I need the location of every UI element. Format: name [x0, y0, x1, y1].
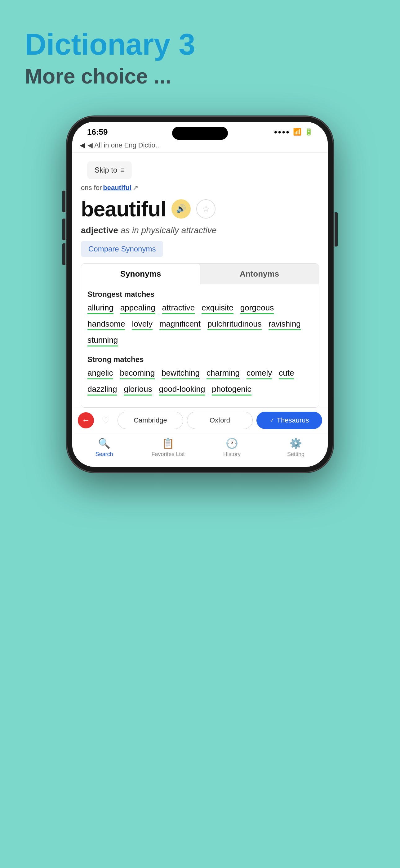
- wifi-icon: 📶: [293, 128, 301, 136]
- skip-label: Skip to: [95, 166, 117, 175]
- word-chip-becoming[interactable]: becoming: [120, 368, 155, 379]
- favorites-nav-label: Favorites List: [151, 451, 185, 458]
- battery-icon: 🔋: [304, 128, 313, 136]
- word-chip-photogenic[interactable]: photogenic: [212, 384, 251, 396]
- signal-dots-icon: ●●●●: [274, 129, 290, 135]
- word-chip-ravishing[interactable]: ravishing: [269, 319, 301, 330]
- nav-item-search[interactable]: 🔍 Search: [72, 437, 136, 458]
- history-nav-label: History: [223, 451, 241, 458]
- compare-synonyms-button[interactable]: Compare Synonyms: [81, 241, 163, 257]
- strong-matches-grid: angelic becoming bewitching charming com…: [88, 368, 312, 398]
- word-chip-gorgeous[interactable]: gorgeous: [240, 303, 274, 314]
- word-chip-dazzling[interactable]: dazzling: [88, 384, 117, 396]
- setting-nav-icon: ⚙️: [290, 437, 302, 449]
- nav-bar: ◀ ◀ All in one Eng Dictio...: [72, 140, 328, 153]
- app-title: Dictionary 3: [25, 28, 375, 61]
- tab-synonyms[interactable]: Synonyms: [81, 264, 200, 284]
- phone-screen: 16:59 ●●●● 📶 🔋 ◀ ◀ All in one Eng Dictio…: [72, 122, 328, 467]
- skip-menu-icon: ≡: [120, 166, 124, 174]
- thesaurus-link-prefix: ons for: [81, 184, 102, 192]
- tab-content-synonyms: Strongest matches alluring appealing att…: [81, 284, 319, 407]
- dict-content: ons for beautiful ↗ beautiful 🔊 ☆: [72, 179, 328, 408]
- word-chip-bewitching[interactable]: bewitching: [162, 368, 200, 379]
- word-chip-stunning[interactable]: stunning: [88, 335, 118, 346]
- nav-item-history[interactable]: 🕐 History: [200, 437, 264, 458]
- thesaurus-link-bar: ons for beautiful ↗: [81, 184, 319, 192]
- word-chip-handsome[interactable]: handsome: [88, 319, 125, 330]
- cambridge-button[interactable]: Cambridge: [118, 412, 183, 429]
- heart-icon: ♡: [102, 415, 110, 426]
- word-chip-attractive[interactable]: attractive: [162, 303, 195, 314]
- thesaurus-link-arrow: ↗: [133, 184, 138, 192]
- nav-item-setting[interactable]: ⚙️ Setting: [264, 437, 328, 458]
- bottom-nav: 🔍 Search 📋 Favorites List 🕐 History ⚙️ S…: [72, 433, 328, 467]
- setting-nav-label: Setting: [287, 451, 304, 458]
- nav-title: ◀ All in one Eng Dictio...: [88, 141, 161, 149]
- word-chip-charming[interactable]: charming: [206, 368, 240, 379]
- phone-mockup: 16:59 ●●●● 📶 🔋 ◀ ◀ All in one Eng Dictio…: [67, 116, 333, 472]
- status-bar: 16:59 ●●●● 📶 🔋: [72, 122, 328, 140]
- page-header: Dictionary 3 More choice ...: [0, 0, 400, 107]
- word-chip-comely[interactable]: comely: [246, 368, 272, 379]
- heart-button[interactable]: ♡: [98, 412, 114, 428]
- skip-bar[interactable]: Skip to ≡: [87, 161, 132, 179]
- oxford-button[interactable]: Oxford: [187, 412, 253, 429]
- star-icon: ☆: [202, 204, 210, 214]
- nav-item-favorites[interactable]: 📋 Favorites List: [136, 437, 200, 458]
- pos-word: adjective: [81, 225, 118, 235]
- audio-icon: 🔊: [176, 204, 186, 214]
- word-title-row: beautiful 🔊 ☆: [81, 197, 319, 221]
- back-circle-button[interactable]: ←: [78, 412, 94, 428]
- word-chip-angelic[interactable]: angelic: [88, 368, 113, 379]
- word-chip-exquisite[interactable]: exquisite: [202, 303, 233, 314]
- tabs-header: Synonyms Antonyms: [81, 264, 319, 284]
- source-tabs: ← ♡ Cambridge Oxford ✓ Thesaurus: [72, 408, 328, 433]
- favorites-nav-icon: 📋: [162, 437, 174, 449]
- word-chip-magnificent[interactable]: magnificent: [159, 319, 201, 330]
- dynamic-island: [172, 127, 228, 140]
- word-title: beautiful: [81, 197, 166, 221]
- checkmark-icon: ✓: [270, 417, 274, 424]
- pos-description: as in physically attractive: [121, 225, 217, 235]
- pos-line: adjective as in physically attractive: [81, 225, 319, 235]
- back-arrow-icon: ←: [82, 415, 90, 425]
- history-nav-icon: 🕐: [226, 437, 238, 449]
- word-chip-cute[interactable]: cute: [279, 368, 294, 379]
- strong-matches-title: Strong matches: [88, 355, 312, 364]
- word-chip-lovely[interactable]: lovely: [132, 319, 152, 330]
- status-time: 16:59: [87, 127, 108, 137]
- thesaurus-word-link[interactable]: beautiful: [103, 184, 131, 192]
- search-nav-label: Search: [95, 451, 113, 458]
- status-icons: ●●●● 📶 🔋: [274, 128, 313, 136]
- tab-antonyms[interactable]: Antonyms: [200, 264, 319, 284]
- word-chip-appealing[interactable]: appealing: [120, 303, 155, 314]
- word-chip-pulchritudinous[interactable]: pulchritudinous: [207, 319, 262, 330]
- strongest-matches-grid: alluring appealing attractive exquisite …: [88, 303, 312, 349]
- star-button[interactable]: ☆: [196, 199, 215, 219]
- word-chip-good-looking[interactable]: good-looking: [159, 384, 205, 396]
- search-nav-icon: 🔍: [98, 437, 110, 449]
- word-chip-alluring[interactable]: alluring: [88, 303, 113, 314]
- thesaurus-button[interactable]: ✓ Thesaurus: [257, 412, 322, 429]
- app-subtitle: More choice ...: [25, 64, 375, 88]
- audio-button[interactable]: 🔊: [171, 199, 191, 219]
- phone-outer: 16:59 ●●●● 📶 🔋 ◀ ◀ All in one Eng Dictio…: [67, 116, 333, 472]
- strongest-matches-title: Strongest matches: [88, 290, 312, 299]
- word-chip-glorious[interactable]: glorious: [124, 384, 152, 396]
- nav-back-icon[interactable]: ◀: [80, 141, 85, 149]
- synonyms-antonyms-tabs: Synonyms Antonyms Strongest matches allu…: [81, 263, 319, 408]
